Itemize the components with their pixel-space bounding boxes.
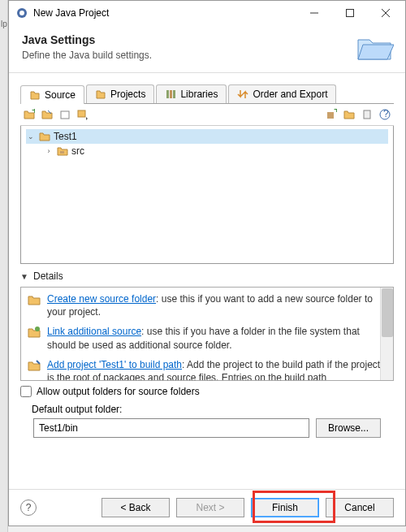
window-title: New Java Project [33,7,296,19]
libraries-icon [165,89,176,100]
tab-source[interactable]: Source [20,85,84,104]
details-toggle[interactable]: ▼ Details [20,270,394,282]
page-subtitle: Define the Java build settings. [22,50,392,61]
output-folder-button[interactable] [342,107,356,122]
tab-projects[interactable]: Projects [86,84,154,103]
tab-label: Projects [110,89,145,100]
page-title: Java Settings [22,33,392,46]
create-source-folder-link[interactable]: Create new source folder [47,293,156,305]
svg-rect-12 [327,112,334,119]
output-label: Default output folder: [32,404,381,415]
minimize-button[interactable] [296,2,332,24]
order-icon [237,89,248,100]
svg-rect-10 [61,111,69,119]
titlebar: New Java Project [9,1,405,25]
tab-bar: Source Projects Libraries Order and Expo… [20,84,394,104]
app-icon [15,6,28,19]
close-button[interactable] [368,2,404,24]
help-button[interactable]: ? [20,500,37,516]
svg-rect-7 [170,90,172,98]
svg-rect-3 [347,10,354,17]
help-icon[interactable]: ? [378,107,392,122]
next-button[interactable]: Next > [176,498,244,517]
svg-rect-14 [364,110,370,119]
dropdown-button[interactable] [76,107,90,122]
cancel-button[interactable]: Cancel [326,498,394,517]
new-package-button[interactable]: + [324,107,339,122]
expander-icon[interactable]: › [44,147,54,155]
dialog-window: New Java Project Java Settings Define th… [8,0,406,526]
output-section: Default output folder: Browse... [20,404,394,438]
folder-plus-icon [28,293,41,306]
svg-rect-6 [166,90,169,98]
svg-text:?: ? [383,109,389,119]
wizard-footer: ? < Back Next > Finish Cancel [9,489,405,526]
tab-order-export[interactable]: Order and Export [228,84,336,103]
project-icon [39,131,50,142]
expander-icon[interactable]: ⌄ [26,132,36,141]
add-to-buildpath-link[interactable]: Add project 'Test1' to build path [47,359,182,370]
source-tree[interactable]: ⌄ Test1 › src [20,126,394,264]
link-folder-button[interactable] [40,107,54,122]
tab-libraries[interactable]: Libraries [156,84,227,103]
allow-output-checkbox[interactable] [20,386,32,397]
package-icon [57,145,68,157]
output-folder-input[interactable] [33,418,309,438]
details-body: Create new source folder: use this if yo… [20,287,394,381]
details-item: Create new source folder: use this if yo… [28,292,387,318]
svg-point-18 [35,327,40,331]
finish-button[interactable]: Finish [251,498,319,517]
tree-node-label: src [71,145,84,157]
scrollbar[interactable] [380,288,393,380]
folder-icon [355,30,394,65]
maximize-button[interactable] [332,2,368,24]
link-additional-source-link[interactable]: Link additional source [47,326,141,337]
svg-text:+: + [334,109,337,115]
details-section: ▼ Details Create new source folder: use … [20,270,394,381]
details-title: Details [33,270,63,282]
svg-rect-8 [173,90,175,98]
edit-button[interactable] [58,107,72,122]
add-to-buildpath-icon [28,359,41,372]
details-item: Link additional source: use this if you … [28,325,387,351]
details-item: Add project 'Test1' to build path: Add t… [28,358,387,381]
add-folder-button[interactable]: + [22,107,37,122]
allow-output-label: Allow output folders for source folders [37,386,200,397]
wizard-header: Java Settings Define the Java build sett… [9,25,405,73]
svg-rect-17 [60,151,64,154]
source-icon [29,89,41,101]
source-toolbar: + + ? [20,104,394,126]
tree-child-src[interactable]: › src [44,144,388,158]
scroll-thumb[interactable] [382,288,393,337]
allow-output-row: Allow output folders for source folders [20,386,394,397]
browse-button[interactable]: Browse... [316,418,381,438]
tab-label: Libraries [180,89,218,100]
tree-root[interactable]: ⌄ Test1 [26,129,388,144]
svg-text:+: + [32,109,35,116]
link-source-icon [28,326,41,339]
tree-node-label: Test1 [54,131,77,142]
svg-rect-11 [78,110,85,117]
filter-button[interactable] [360,107,374,122]
projects-icon [95,89,106,100]
tab-label: Order and Export [253,89,327,100]
svg-point-1 [19,11,24,15]
tab-label: Source [45,89,76,101]
chevron-down-icon: ▼ [20,272,28,281]
back-button[interactable]: < Back [102,498,170,517]
